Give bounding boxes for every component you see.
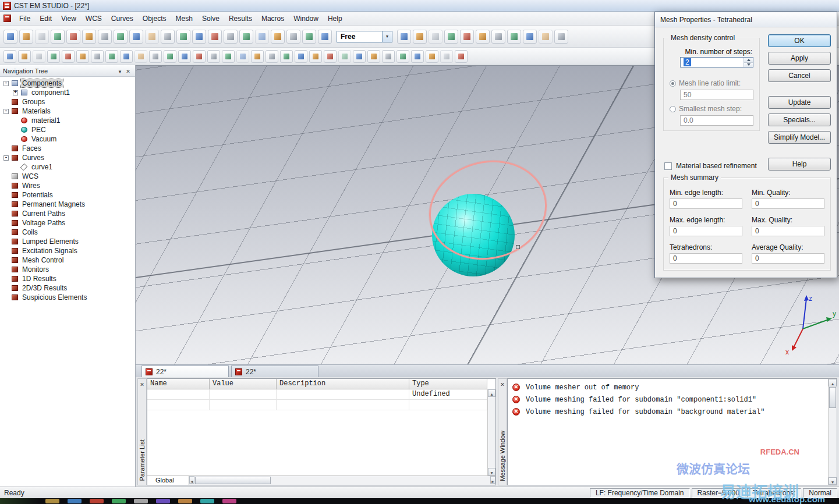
material-refinement-checkbox[interactable] bbox=[664, 162, 672, 170]
cancel-button[interactable]: Cancel bbox=[768, 69, 831, 82]
tree-item[interactable]: Excitation Signals bbox=[0, 246, 135, 255]
curve-line[interactable] bbox=[193, 50, 206, 63]
taskbar-button[interactable] bbox=[178, 499, 192, 503]
scrollbar-thumb[interactable] bbox=[829, 387, 836, 408]
spin-up-icon[interactable] bbox=[744, 58, 753, 63]
scroll-left-icon[interactable] bbox=[189, 476, 194, 484]
menu-item[interactable]: Mesh bbox=[171, 12, 197, 25]
rotate-profile[interactable] bbox=[105, 50, 118, 63]
global-sheet-tab[interactable]: Global bbox=[147, 476, 189, 485]
sweep-curve[interactable] bbox=[280, 50, 293, 63]
column-header[interactable]: Name bbox=[147, 379, 210, 389]
mesh-type-dropdown[interactable]: Free bbox=[337, 31, 392, 42]
tree-expand-toggle[interactable]: - bbox=[3, 109, 9, 114]
new-file[interactable] bbox=[3, 30, 17, 44]
menu-item[interactable]: Edit bbox=[35, 12, 56, 25]
scroll-down-icon[interactable] bbox=[829, 477, 837, 485]
scrollbar-thumb[interactable] bbox=[195, 477, 271, 484]
scroll-up-icon[interactable] bbox=[488, 389, 495, 397]
message-row[interactable]: Volume meshing failed for subdomain "com… bbox=[508, 393, 837, 406]
column-header[interactable]: Value bbox=[210, 379, 277, 389]
delete-item[interactable] bbox=[82, 30, 96, 44]
close-icon[interactable] bbox=[124, 68, 132, 74]
clipping-plane[interactable] bbox=[460, 30, 474, 44]
chevron-down-icon[interactable] bbox=[382, 31, 392, 42]
pan-view[interactable] bbox=[161, 30, 175, 44]
taskbar-button[interactable] bbox=[156, 499, 170, 503]
tree-item[interactable]: 1D Results bbox=[0, 274, 135, 283]
mirror-object[interactable] bbox=[309, 50, 322, 63]
tree-expand-toggle[interactable]: + bbox=[13, 90, 18, 95]
tree-item[interactable]: WCS bbox=[0, 172, 135, 181]
tree-item[interactable]: material1 bbox=[0, 116, 135, 125]
menu-item[interactable]: WCS bbox=[81, 12, 107, 25]
rotate-view[interactable] bbox=[129, 30, 143, 44]
mesh-properties[interactable] bbox=[397, 50, 409, 63]
add-component[interactable] bbox=[413, 30, 427, 44]
zoom-out[interactable] bbox=[208, 30, 222, 44]
tree-item[interactable]: curve1 bbox=[0, 162, 135, 172]
tree-expand-toggle[interactable]: - bbox=[3, 155, 9, 161]
tree-item[interactable]: Vacuum bbox=[0, 134, 135, 144]
tree-item[interactable]: Permanent Magnets bbox=[0, 200, 135, 209]
tree-item[interactable]: Suspicious Elements bbox=[0, 293, 135, 302]
sphere-primitive[interactable] bbox=[33, 50, 45, 63]
start-simulation[interactable] bbox=[411, 50, 424, 63]
tree-item[interactable]: Current Paths bbox=[0, 209, 135, 218]
close-icon[interactable] bbox=[500, 380, 505, 388]
parameter-sweep[interactable] bbox=[523, 30, 537, 44]
field-monitor[interactable] bbox=[426, 50, 438, 63]
field-probe[interactable] bbox=[491, 30, 505, 44]
taskbar-button[interactable] bbox=[90, 499, 104, 503]
menu-item[interactable]: Macros bbox=[257, 12, 289, 25]
horizontal-scrollbar[interactable] bbox=[189, 476, 495, 485]
tree-item[interactable]: - Materials bbox=[0, 107, 135, 116]
fit-view[interactable] bbox=[239, 30, 253, 44]
vertical-scrollbar[interactable] bbox=[828, 379, 837, 485]
macro-run[interactable] bbox=[539, 30, 553, 44]
measure-distance[interactable] bbox=[507, 30, 521, 44]
curve-rectangle[interactable] bbox=[236, 50, 249, 63]
menu-item[interactable]: Solve bbox=[197, 12, 224, 25]
scroll-right-icon[interactable] bbox=[490, 476, 495, 484]
tree-item[interactable]: Monitors bbox=[0, 265, 135, 274]
taskbar-button[interactable] bbox=[134, 499, 148, 503]
grid-toggle[interactable] bbox=[286, 30, 300, 44]
wcs-align[interactable] bbox=[353, 50, 366, 63]
boolean-add[interactable] bbox=[149, 50, 162, 63]
boolean-subtract[interactable] bbox=[164, 50, 176, 63]
parameter-row[interactable]: Undefined bbox=[147, 389, 495, 400]
pause-solver[interactable] bbox=[18, 50, 31, 63]
bounding-box[interactable] bbox=[397, 30, 411, 44]
start-button[interactable] bbox=[0, 498, 41, 504]
spin-view[interactable] bbox=[145, 30, 159, 44]
section-view[interactable] bbox=[476, 30, 490, 44]
undo[interactable] bbox=[98, 30, 112, 44]
perspective-view[interactable] bbox=[302, 30, 316, 44]
smallest-mesh-step-radio[interactable] bbox=[670, 106, 676, 112]
copy-picture[interactable] bbox=[66, 30, 80, 44]
parameter-update[interactable] bbox=[3, 50, 16, 63]
apply-button[interactable]: Apply bbox=[768, 52, 831, 65]
scroll-down-icon[interactable] bbox=[488, 468, 495, 475]
print[interactable] bbox=[51, 30, 65, 44]
curve-arc[interactable] bbox=[207, 50, 220, 63]
help-button[interactable]: Help bbox=[768, 158, 831, 171]
tree-item[interactable]: Voltage Paths bbox=[0, 218, 135, 228]
taskbar-button[interactable] bbox=[222, 499, 236, 503]
menu-item[interactable]: Results bbox=[224, 12, 257, 25]
tree-item[interactable]: Faces bbox=[0, 144, 135, 153]
view-tab[interactable]: 22* bbox=[141, 365, 229, 377]
mesh-view[interactable] bbox=[382, 50, 395, 63]
tree-item[interactable]: + component1 bbox=[0, 88, 135, 97]
open[interactable] bbox=[19, 30, 33, 44]
loft[interactable] bbox=[120, 50, 133, 63]
group-objects[interactable] bbox=[429, 30, 442, 44]
taskbar-button[interactable] bbox=[200, 499, 214, 503]
shell-solid[interactable] bbox=[134, 50, 147, 63]
smallest-mesh-step-input[interactable]: 0.0 bbox=[680, 115, 753, 126]
menu-item[interactable]: Objects bbox=[138, 12, 171, 25]
torus-primitive[interactable] bbox=[76, 50, 89, 63]
tree-item[interactable]: - Components bbox=[0, 79, 135, 88]
view-tab[interactable]: 22* bbox=[231, 365, 318, 377]
